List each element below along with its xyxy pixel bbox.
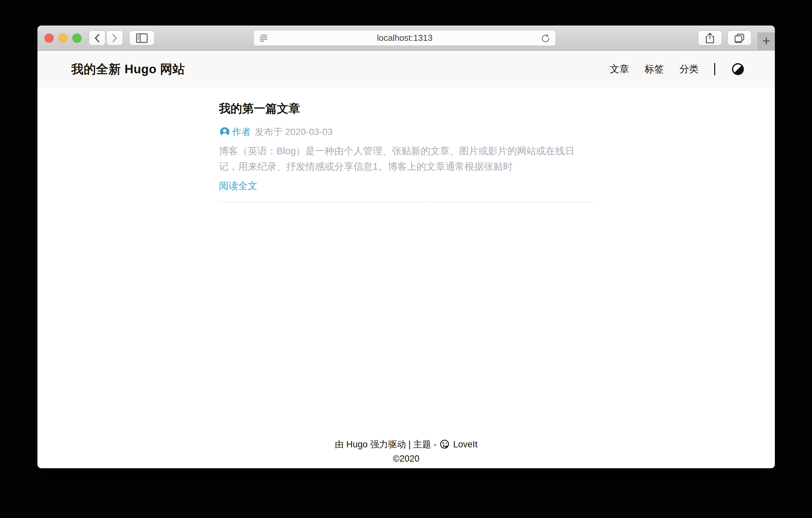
new-tab-button[interactable]: +: [758, 32, 775, 51]
publish-date: 发布于 2020-03-03: [255, 126, 333, 138]
nav-item-tags[interactable]: 标签: [645, 63, 664, 76]
share-icon: [705, 32, 715, 44]
tab-overview-button[interactable]: [727, 30, 751, 46]
url-text[interactable]: localhost:1313: [268, 33, 541, 43]
site-footer: 由 Hugo 强力驱动 | 主题 - LoveIt ©2020: [37, 437, 775, 468]
nav-item-categories[interactable]: 分类: [679, 63, 699, 76]
site-nav: 文章 标签 分类: [610, 62, 745, 76]
author-avatar-icon: [219, 126, 230, 138]
sidebar-icon: [136, 33, 148, 43]
post-divider: [219, 201, 593, 202]
post-summary-text: 博客（英语：Blog）是一种由个人管理、张贴新的文章、图片或影片的网站或在线日记…: [219, 143, 593, 174]
reload-icon[interactable]: [541, 33, 550, 43]
sidebar-toggle-button[interactable]: [129, 30, 154, 46]
forward-button[interactable]: [106, 30, 123, 46]
browser-toolbar: localhost:1313: [37, 26, 775, 51]
read-more-link[interactable]: 阅读全文: [219, 180, 258, 193]
theme-name-link[interactable]: LoveIt: [453, 437, 477, 451]
share-button[interactable]: [698, 30, 722, 46]
nav-item-posts[interactable]: 文章: [610, 63, 629, 76]
post-summary-card: 我的第一篇文章 作者 发布于 2020-03-03 博客（英语：Blog）是一种…: [219, 87, 593, 202]
main-content: 我的第一篇文章 作者 发布于 2020-03-03 博客（英语：Blog）是一种…: [37, 87, 775, 437]
close-window-button[interactable]: [45, 33, 54, 43]
post-meta: 作者 发布于 2020-03-03: [219, 126, 593, 138]
post-title-link[interactable]: 我的第一篇文章: [219, 101, 593, 116]
chevron-left-icon: [93, 33, 102, 43]
site-header: 我的全新 Hugo 网站 文章 标签 分类: [37, 51, 775, 87]
chevron-right-icon: [110, 33, 119, 43]
plus-icon: +: [762, 34, 771, 48]
copyright-text: ©2020: [37, 451, 775, 466]
nav-separator: [714, 63, 715, 75]
theme-toggle-icon[interactable]: [731, 62, 745, 76]
site-title-link[interactable]: 我的全新 Hugo 网站: [71, 61, 185, 78]
reader-view-icon[interactable]: [259, 34, 268, 43]
webpage: 我的全新 Hugo 网站 文章 标签 分类 我的第一篇文章: [37, 51, 775, 468]
back-button[interactable]: [89, 30, 106, 46]
minimize-window-button[interactable]: [58, 33, 68, 43]
window-controls: [45, 33, 82, 43]
author-link[interactable]: 作者: [232, 126, 251, 138]
powered-by-text[interactable]: 由 Hugo 强力驱动 | 主题 -: [335, 437, 436, 451]
address-bar[interactable]: localhost:1313: [254, 30, 556, 46]
kiss-wink-heart-icon: [439, 439, 450, 450]
tabs-icon: [734, 33, 745, 43]
browser-window: localhost:1313: [37, 26, 775, 468]
zoom-window-button[interactable]: [72, 33, 82, 43]
